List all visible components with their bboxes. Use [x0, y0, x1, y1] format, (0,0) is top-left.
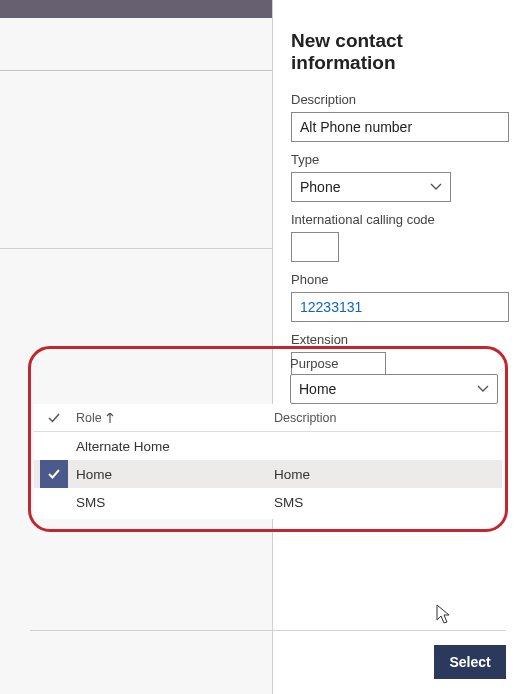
sort-asc-icon — [106, 413, 114, 423]
row-role: Home — [74, 467, 274, 482]
purpose-select[interactable]: Home — [290, 374, 498, 404]
lookup-header: Role Description — [34, 404, 502, 432]
chevron-down-icon — [430, 181, 442, 193]
divider — [0, 70, 272, 71]
lookup-row[interactable]: Alternate Home — [34, 432, 502, 460]
description-input[interactable] — [291, 112, 509, 142]
label-purpose: Purpose — [290, 356, 338, 371]
left-panel-header-bar — [0, 0, 272, 18]
row-role: SMS — [74, 495, 274, 510]
footer: Select — [30, 630, 506, 680]
form-title: New contact information — [291, 30, 510, 74]
label-description: Description — [291, 92, 510, 107]
row-role: Alternate Home — [74, 439, 274, 454]
row-check[interactable] — [34, 460, 74, 488]
lookup-row[interactable]: HomeHome — [34, 460, 502, 488]
type-select[interactable]: Phone — [291, 172, 451, 202]
form-panel: New contact information Description Type… — [272, 0, 528, 694]
purpose-lookup-grid: Role Description Alternate HomeHomeHomeS… — [34, 404, 502, 519]
column-header-description[interactable]: Description — [274, 411, 502, 425]
purpose-area: Purpose Home Role Description Alternate … — [30, 356, 506, 524]
intl-code-input[interactable] — [291, 232, 339, 262]
select-button[interactable]: Select — [434, 645, 506, 679]
column-header-role[interactable]: Role — [74, 411, 274, 425]
left-panel — [0, 0, 272, 694]
chevron-down-icon — [477, 383, 489, 395]
header-checkmark-icon[interactable] — [34, 412, 74, 424]
label-type: Type — [291, 152, 510, 167]
checkmark-icon — [40, 460, 68, 488]
row-description: Home — [274, 467, 502, 482]
lookup-row[interactable]: SMSSMS — [34, 488, 502, 516]
type-select-value: Phone — [300, 179, 340, 195]
label-extension: Extension — [291, 332, 510, 347]
phone-input[interactable] — [291, 292, 509, 322]
row-description: SMS — [274, 495, 502, 510]
label-phone: Phone — [291, 272, 510, 287]
purpose-select-value: Home — [299, 381, 336, 397]
label-intl-code: International calling code — [291, 212, 510, 227]
divider — [0, 248, 272, 249]
